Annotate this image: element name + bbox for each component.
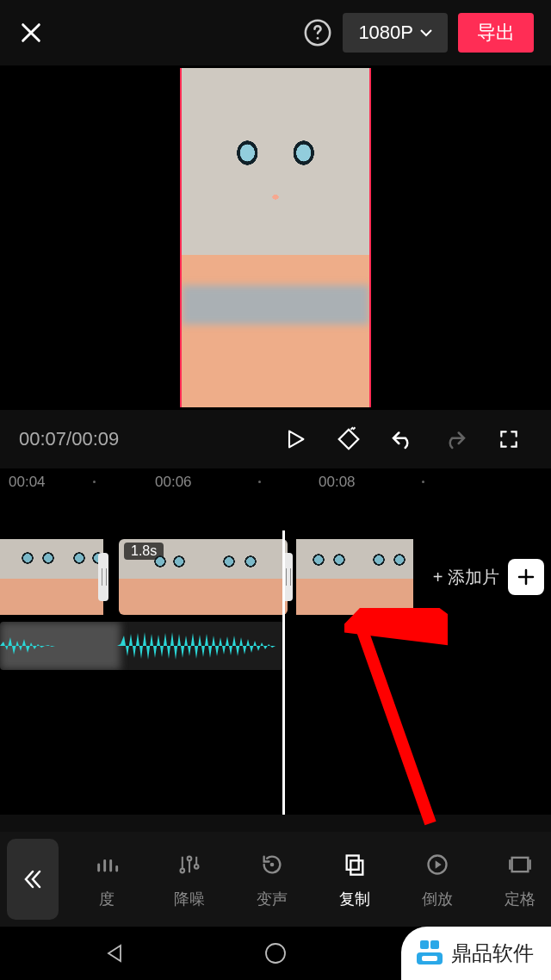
resolution-label: 1080P bbox=[358, 22, 413, 44]
close-icon[interactable] bbox=[17, 19, 45, 47]
tool-label: 度 bbox=[99, 889, 115, 909]
clip-3[interactable] bbox=[296, 539, 413, 615]
timeline[interactable]: 1.8s + 添加片 bbox=[0, 496, 551, 815]
export-button[interactable]: 导出 bbox=[458, 13, 534, 53]
tool-denoise[interactable]: 降噪 bbox=[148, 849, 231, 909]
video-track: 1.8s + 添加片 bbox=[0, 539, 551, 615]
watermark: 鼎品软件 bbox=[401, 927, 551, 980]
undo-button[interactable] bbox=[379, 416, 425, 462]
freeze-icon bbox=[505, 849, 536, 880]
add-segment-button[interactable] bbox=[508, 559, 544, 595]
svg-rect-10 bbox=[420, 940, 429, 949]
plus-icon bbox=[517, 568, 536, 586]
copy-icon bbox=[339, 849, 370, 880]
clip-2[interactable]: 1.8s bbox=[119, 539, 288, 615]
tool-speed[interactable]: 度 bbox=[65, 849, 148, 909]
add-segment-label: + 添加片 bbox=[433, 566, 499, 589]
chevron-down-icon bbox=[420, 28, 432, 37]
collapse-button[interactable] bbox=[7, 839, 59, 920]
tool-label: 降噪 bbox=[174, 889, 205, 909]
tool-copy[interactable]: 复制 bbox=[313, 849, 396, 909]
help-icon[interactable] bbox=[303, 18, 332, 47]
playhead[interactable] bbox=[282, 530, 285, 815]
preview-area[interactable] bbox=[0, 65, 551, 410]
watermark-logo-icon bbox=[415, 939, 444, 968]
clip-1[interactable] bbox=[0, 539, 103, 615]
svg-rect-4 bbox=[350, 860, 362, 874]
tool-label: 变声 bbox=[257, 889, 288, 909]
waveform bbox=[0, 629, 284, 663]
play-button[interactable] bbox=[272, 416, 319, 462]
tool-voice[interactable]: 变声 bbox=[231, 849, 313, 909]
tool-label: 复制 bbox=[339, 889, 370, 909]
tool-freeze[interactable]: 定格 bbox=[479, 849, 551, 909]
svg-rect-7 bbox=[512, 858, 529, 871]
redo-button[interactable] bbox=[432, 416, 479, 462]
nav-back-icon[interactable] bbox=[103, 942, 126, 964]
svg-rect-5 bbox=[347, 856, 359, 870]
svg-point-1 bbox=[317, 37, 319, 40]
fullscreen-button[interactable] bbox=[486, 416, 532, 462]
svg-rect-11 bbox=[430, 940, 439, 949]
nav-home-icon[interactable] bbox=[263, 941, 288, 965]
voice-icon bbox=[257, 849, 288, 880]
svg-rect-13 bbox=[422, 956, 437, 961]
audio-track[interactable] bbox=[0, 622, 284, 670]
bottom-toolbar: 度降噪变声复制倒放定格 bbox=[0, 832, 551, 927]
denoise-icon bbox=[174, 849, 205, 880]
tool-label: 倒放 bbox=[422, 889, 453, 909]
chevron-double-left-icon bbox=[22, 868, 44, 890]
time-ruler[interactable]: 00:04 00:06 00:08 bbox=[0, 468, 551, 496]
speed-icon bbox=[91, 849, 122, 880]
keyframe-button[interactable] bbox=[325, 416, 372, 462]
watermark-text: 鼎品软件 bbox=[451, 940, 534, 967]
preview-frame bbox=[180, 68, 371, 407]
tool-reverse[interactable]: 倒放 bbox=[396, 849, 479, 909]
tool-label: 定格 bbox=[505, 889, 536, 909]
svg-point-3 bbox=[270, 863, 275, 867]
time-display: 00:07/00:09 bbox=[19, 428, 119, 450]
svg-point-8 bbox=[266, 944, 285, 963]
resolution-button[interactable]: 1080P bbox=[343, 13, 448, 53]
reverse-icon bbox=[422, 849, 453, 880]
transition-handle-1[interactable] bbox=[98, 553, 108, 601]
